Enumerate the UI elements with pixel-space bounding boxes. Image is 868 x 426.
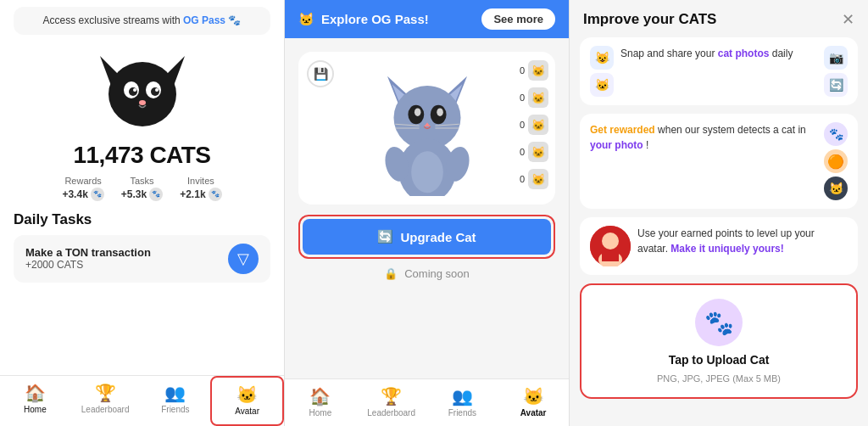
daily-tasks-title: Daily Tasks [14, 211, 92, 228]
upgrade-btn-label: Upgrade Cat [400, 230, 476, 244]
level-icon-1: 🐱 [528, 60, 548, 81]
get-rewarded-highlight: Get rewarded [590, 124, 655, 136]
right-header: Improve your CATS ✕ [580, 10, 858, 29]
stat-invites-label: Invites [187, 176, 214, 186]
mid-header: 🐱 Explore OG Pass! See more [285, 0, 569, 38]
invites-icon: 🐾 [209, 188, 222, 201]
svg-point-8 [155, 88, 159, 92]
svg-point-17 [414, 108, 420, 115]
tip-cat-photos-highlight: cat photos [718, 48, 770, 59]
level-up-avatar-img [590, 226, 631, 266]
mid-nav-leaderboard[interactable]: 🏆 Leaderboard [356, 379, 427, 426]
refresh-icon: 🔄 [824, 73, 848, 97]
tip-snap-icons: 😺 🐱 [590, 46, 614, 97]
tip-level-text: Use your earned points to level up your … [637, 226, 848, 256]
save-icon-button[interactable]: 💾 [307, 60, 334, 87]
task-action-button[interactable]: ▽ [228, 244, 259, 274]
nav-avatar-label: Avatar [235, 406, 259, 416]
panel-home: Access exclusive streams with OG Pass 🐾 … [0, 0, 285, 426]
upload-cat-card[interactable]: 🐾 Tap to Upload Cat PNG, JPG, JPEG (Max … [580, 283, 858, 399]
mid-nav-home[interactable]: 🏠 Home [285, 379, 356, 426]
nav-leaderboard-label: Leaderboard [81, 405, 130, 414]
see-more-button[interactable]: See more [481, 8, 555, 30]
stat-invites: Invites +2.1k 🐾 [180, 176, 221, 201]
svg-point-27 [411, 151, 443, 193]
task-info: Make a TON transaction +2000 CATS [25, 246, 151, 271]
mid-avatar-icon: 🐱 [523, 386, 544, 406]
svg-point-6 [151, 87, 159, 96]
mid-nav-home-label: Home [309, 408, 332, 418]
upgrade-button-wrapper: 🔄 Upgrade Cat [298, 215, 555, 259]
tasks-icon: 🐾 [149, 188, 163, 201]
nav-home-label: Home [24, 405, 47, 414]
svg-point-2 [108, 62, 176, 126]
tip-snap-prefix: Snap and share your [620, 48, 718, 59]
mid-nav-avatar-label: Avatar [520, 408, 547, 418]
stat-rewards-value: +3.4k 🐾 [62, 188, 103, 201]
mid-leaderboard-icon: 🏆 [381, 386, 402, 406]
nav-friends[interactable]: 👥 Friends [141, 376, 211, 426]
tip-reward-end: ! [646, 139, 648, 151]
tip-snap-suffix: daily [769, 48, 793, 59]
nav-friends-label: Friends [161, 405, 189, 414]
reward-icons-group: 🐾 🟠 🐱 [824, 122, 848, 200]
svg-point-5 [129, 87, 137, 96]
mid-nav-friends-label: Friends [448, 408, 476, 418]
nav-leaderboard[interactable]: 🏆 Leaderboard [70, 376, 141, 426]
upgrade-cat-button[interactable]: 🔄 Upgrade Cat [303, 219, 551, 255]
rewards-icon: 🐾 [91, 188, 104, 201]
coming-soon: 🔒 Coming soon [298, 267, 555, 280]
nav-home[interactable]: 🏠 Home [0, 376, 70, 426]
og-banner[interactable]: Access exclusive streams with OG Pass 🐾 [14, 7, 270, 35]
task-title: Make a TON transaction [25, 246, 151, 259]
right-title: Improve your CATS [583, 11, 716, 28]
stat-invites-value: +2.1k 🐾 [180, 188, 221, 201]
mid-bottom-nav: 🏠 Home 🏆 Leaderboard 👥 Friends 🐱 Avatar [285, 378, 569, 426]
header-cat-icon: 🐱 [298, 12, 314, 27]
level-icon-4: 🐱 [528, 142, 548, 162]
stat-tasks: Tasks +5.3k 🐾 [121, 176, 163, 201]
lock-icon: 🔒 [384, 267, 398, 280]
mid-home-icon: 🏠 [309, 386, 331, 406]
cat-avatar [96, 43, 189, 137]
make-it-highlight: Make it uniquely yours! [670, 243, 783, 255]
camera-icon: 📷 [824, 46, 848, 70]
tip-reward-text: Get rewarded when our system detects a c… [590, 122, 817, 153]
tip-level-up: Use your earned points to level up your … [580, 217, 858, 275]
svg-point-9 [139, 100, 146, 105]
stat-tasks-label: Tasks [130, 176, 153, 186]
friends-icon: 👥 [164, 383, 186, 403]
mid-content: 💾 [285, 38, 569, 378]
svg-rect-31 [602, 249, 619, 261]
mid-nav-friends[interactable]: 👥 Friends [427, 379, 498, 426]
cats-count: 11,473 CATS [73, 142, 210, 169]
stat-rewards-label: Rewards [64, 176, 101, 186]
mid-header-title: Explore OG Pass! [321, 12, 429, 26]
og-pass-link[interactable]: OG Pass 🐾 [183, 14, 241, 26]
tip-snap-text: Snap and share your cat photos daily [620, 46, 817, 61]
tip-snap-right-icons: 📷 🔄 [824, 46, 848, 97]
tip-get-rewarded: Get rewarded when our system detects a c… [580, 114, 858, 209]
stat-rewards: Rewards +3.4k 🐾 [62, 176, 103, 201]
task-card: Make a TON transaction +2000 CATS ▽ [14, 235, 270, 283]
panel-improve: Improve your CATS ✕ 😺 🐱 Snap and share y… [570, 0, 868, 426]
level-icon-2: 🐱 [528, 87, 548, 108]
orange-reward-icon: 🟠 [824, 149, 848, 173]
leaderboard-icon: 🏆 [95, 383, 116, 403]
stats-row: Rewards +3.4k 🐾 Tasks +5.3k 🐾 Invites +2… [62, 176, 221, 201]
level-icon-5: 🐱 [528, 169, 548, 189]
svg-point-7 [133, 88, 136, 92]
close-button[interactable]: ✕ [842, 10, 854, 29]
upgrade-refresh-icon: 🔄 [377, 229, 393, 244]
mid-friends-icon: 👥 [452, 386, 473, 406]
mid-nav-avatar[interactable]: 🐱 Avatar [498, 379, 569, 426]
cat-display-card: 💾 [298, 52, 555, 205]
coming-soon-label: Coming soon [404, 267, 470, 280]
snap-icon-1: 😺 [590, 46, 614, 70]
upload-paw-icon: 🐾 [695, 299, 743, 346]
tip-reward-mid: when our system detects a cat in [658, 124, 806, 136]
svg-point-29 [602, 233, 619, 249]
nav-avatar[interactable]: 🐱 Avatar [210, 376, 284, 426]
level-icon-3: 🐱 [528, 115, 548, 135]
avatar-icon: 🐱 [236, 384, 258, 405]
